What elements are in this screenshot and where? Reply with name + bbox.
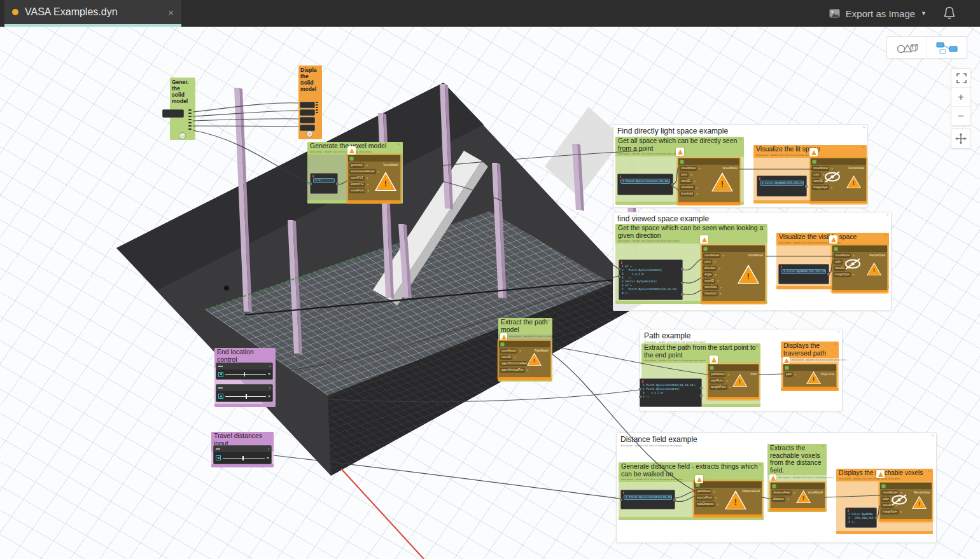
number-slider-node[interactable] [216, 384, 273, 402]
slider-header[interactable] [216, 363, 272, 369]
group-generate-solid-model[interactable]: Gener. the solid model → [170, 78, 195, 140]
output-port[interactable] [700, 394, 703, 397]
chevron-down-icon[interactable] [267, 457, 269, 459]
group-extract-path[interactable]: Extract the path from the start point to… [641, 343, 760, 407]
port-dot[interactable] [316, 107, 318, 108]
node-header[interactable] [771, 483, 825, 489]
code-line[interactable]: 8 ); [622, 291, 680, 295]
node-header[interactable] [708, 364, 759, 371]
group-extracts-reachable-voxels[interactable]: Extracts the reachable voxels from the d… [767, 444, 827, 512]
node-can-see-direction[interactable]: VoxelModel voxelModel point direction an… [701, 245, 766, 303]
output-port[interactable] [673, 499, 676, 501]
input-port[interactable]: voxelModel [703, 253, 741, 258]
close-icon[interactable]: × [168, 7, 174, 18]
output-port[interactable] [681, 268, 683, 270]
node-voxelize-geometry[interactable]: VoxelModel geometry sourceVoxelModel vox… [347, 155, 401, 203]
port-dot[interactable] [316, 109, 318, 111]
notifications-bell-icon[interactable] [943, 6, 956, 23]
output-port[interactable]: RenderData [914, 491, 930, 494]
output-port[interactable] [188, 128, 192, 130]
group-extract-path-model[interactable]: Extract the path model description - dou… [498, 318, 552, 382]
collapse-icon[interactable]: ^ [739, 137, 741, 142]
code-block-node[interactable]: 1 Point.ByCoordinates(10,10,10); 2 Point… [640, 378, 702, 407]
output-port[interactable] [700, 387, 703, 389]
input-port[interactable] [309, 183, 312, 185]
code-block-node[interactable]: 1 Color.ByARGB(255,255,255,0); [778, 264, 829, 284]
output-port[interactable] [269, 387, 271, 389]
number-slider-node[interactable] [216, 362, 273, 380]
group-get-all-space[interactable]: Get all space which can be directly seen… [615, 137, 744, 205]
slider-track[interactable] [223, 455, 265, 461]
code-block-node[interactable]: 1 p1 = 2 Point.ByCoordinates( 3 x,y,2.0 … [619, 259, 683, 300]
output-port[interactable] [268, 448, 270, 450]
input-port[interactable] [639, 396, 641, 398]
input-port[interactable] [639, 388, 641, 390]
input-port[interactable]: geometry [349, 163, 381, 168]
collapse-icon[interactable]: ^ [759, 463, 761, 467]
node-header[interactable] [348, 155, 400, 162]
input-port[interactable] [300, 125, 315, 131]
node-display-voxels[interactable]: RenderData voxelModel color voxelID imag… [879, 482, 932, 521]
code-line[interactable]: 3 ); [848, 520, 874, 524]
group-description[interactable]: description - double click here to edit … [792, 358, 846, 361]
output-port[interactable] [875, 516, 878, 519]
slider-settings-icon[interactable] [216, 455, 221, 460]
node-header[interactable] [783, 364, 836, 371]
group-description[interactable]: description - double click here to edit … [618, 239, 757, 242]
preview-hidden-eye-slash-icon[interactable] [822, 170, 843, 184]
input-port[interactable]: point [680, 172, 717, 177]
slider-track[interactable] [225, 371, 266, 377]
node-header[interactable] [499, 341, 550, 347]
output-port[interactable] [188, 122, 192, 123]
output-port[interactable]: VoxelModel [383, 163, 398, 167]
group-generate-distance-field[interactable]: Generate distance field - extracts thing… [619, 462, 764, 520]
slider-thumb[interactable] [242, 456, 244, 460]
group-end-location-control[interactable]: End location control description - doubl… [214, 348, 276, 407]
input-port[interactable] [300, 117, 315, 123]
group-generate-voxel-model[interactable]: Generate the voxel model description - d… [307, 142, 403, 204]
code-block-node[interactable]: 1.5; [310, 173, 338, 194]
group-display-solid-model[interactable]: Displa the Solid model → [298, 66, 322, 139]
input-port[interactable]: voxelModel [680, 166, 717, 171]
output-port[interactable] [681, 282, 683, 284]
output-port[interactable]: PolyCurve [821, 373, 834, 376]
node-display-path[interactable]: PolyCurve path ! [783, 364, 837, 389]
chevron-down-icon[interactable]: ▼ [921, 10, 927, 17]
slider-header[interactable] [214, 446, 271, 452]
input-port[interactable]: threshold [680, 191, 717, 197]
output-port[interactable] [188, 125, 192, 127]
input-port[interactable]: agentVerticalRes [500, 368, 531, 373]
slider-settings-icon[interactable] [218, 394, 223, 399]
output-port[interactable] [681, 293, 683, 296]
input-port[interactable] [300, 102, 315, 108]
geometry-view-button[interactable] [887, 37, 927, 58]
node-header[interactable] [702, 245, 765, 252]
input-port[interactable]: direction [703, 266, 741, 271]
collapse-icon[interactable]: ^ [763, 224, 765, 229]
input-port[interactable]: voxelID [703, 279, 741, 284]
graph-view-button[interactable] [927, 37, 967, 58]
node-header[interactable] [832, 245, 887, 252]
input-port[interactable]: threshold [703, 291, 741, 296]
input-port[interactable]: imageStyle [881, 509, 913, 514]
group-description[interactable]: description - double click here to edit … [509, 335, 561, 338]
node-pill[interactable] [162, 109, 184, 118]
port-dot[interactable] [316, 104, 318, 106]
code-line[interactable]: 1.5; [313, 178, 335, 183]
input-port[interactable]: angle [703, 272, 741, 277]
node-display-voxels[interactable]: RenderData voxelModel color voxelID imag… [810, 158, 867, 204]
collapse-icon[interactable]: ^ [756, 344, 758, 349]
node-display-voxels[interactable]: RenderData voxelModel color voxelID imag… [832, 245, 888, 293]
collapse-icon[interactable]: ^ [862, 146, 864, 150]
expand-icon[interactable]: → [306, 130, 313, 137]
group-visualize-lit-space[interactable]: Visualize the lit space description - do… [753, 145, 867, 204]
input-port[interactable]: imageStyle [812, 185, 845, 190]
port-dot[interactable] [316, 112, 318, 113]
zoom-out-button[interactable]: − [951, 106, 970, 125]
pan-button[interactable] [951, 128, 971, 149]
output-port[interactable]: RenderData [848, 167, 864, 170]
collapse-icon[interactable]: ^ [932, 434, 934, 438]
group-travel-distances-input[interactable]: Travel distances input description - dou… [211, 432, 274, 467]
group-get-space-direction[interactable]: Get the space which can be seen when loo… [615, 224, 767, 304]
output-port[interactable]: VoxelModel [722, 167, 738, 170]
